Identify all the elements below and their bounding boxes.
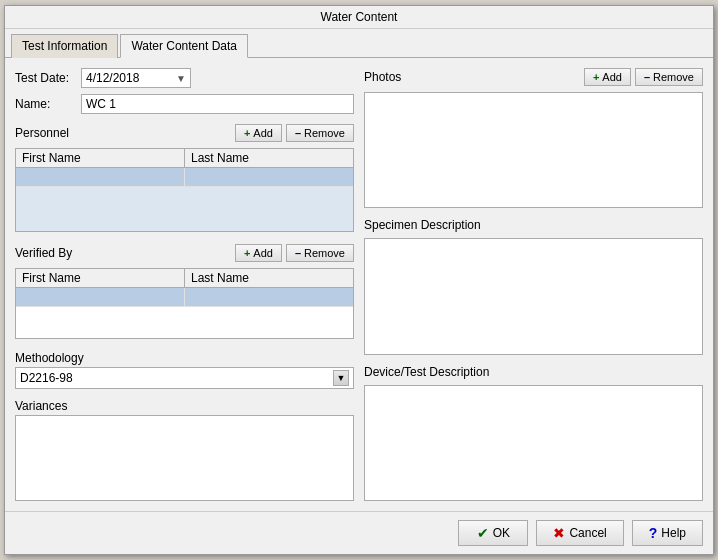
specimen-box[interactable] (364, 238, 703, 354)
content-area: Test Date: 4/12/2018 ▼ Name: Personnel (5, 58, 713, 511)
personnel-cell-1-2 (185, 168, 353, 186)
tab-water-content-data[interactable]: Water Content Data (120, 34, 248, 58)
verified-label: Verified By (15, 246, 72, 260)
photos-add-label: Add (602, 71, 622, 83)
verified-grid-header: First Name Last Name (16, 269, 353, 288)
verified-plus-icon: + (244, 247, 250, 259)
left-panel: Test Date: 4/12/2018 ▼ Name: Personnel (15, 68, 354, 501)
verified-section-header: Verified By + Add – Remove (15, 244, 354, 262)
personnel-grid-header: First Name Last Name (16, 149, 353, 168)
name-label: Name: (15, 97, 75, 111)
personnel-empty-rows (16, 187, 353, 231)
test-date-input[interactable]: 4/12/2018 ▼ (81, 68, 191, 88)
methodology-select[interactable]: D2216-98 ▼ (15, 367, 354, 389)
help-q-icon: ? (649, 525, 658, 541)
personnel-col1-header: First Name (16, 149, 185, 167)
window-title: Water Content (321, 10, 398, 24)
personnel-col2-header: Last Name (185, 149, 353, 167)
photos-remove-button[interactable]: – Remove (635, 68, 703, 86)
personnel-label: Personnel (15, 126, 69, 140)
variances-box[interactable] (15, 415, 354, 501)
cancel-label: Cancel (569, 526, 606, 540)
photos-btn-row: + Add – Remove (584, 68, 703, 86)
personnel-grid[interactable]: First Name Last Name (15, 148, 354, 232)
name-row: Name: (15, 94, 354, 114)
plus-icon: + (244, 127, 250, 139)
personnel-grid-body (16, 168, 353, 231)
specimen-label: Specimen Description (364, 218, 703, 232)
test-date-label: Test Date: (15, 71, 75, 85)
photos-box[interactable] (364, 92, 703, 208)
device-label: Device/Test Description (364, 365, 703, 379)
right-panel: Photos + Add – Remove Specimen Des (364, 68, 703, 501)
verified-minus-icon: – (295, 247, 301, 259)
footer: ✔ OK ✖ Cancel ? Help (5, 511, 713, 554)
methodology-label: Methodology (15, 351, 354, 365)
verified-btn-row: + Add – Remove (235, 244, 354, 262)
photos-minus-icon: – (644, 71, 650, 83)
verified-remove-label: Remove (304, 247, 345, 259)
variances-label: Variances (15, 399, 354, 413)
verified-add-button[interactable]: + Add (235, 244, 282, 262)
photos-remove-label: Remove (653, 71, 694, 83)
personnel-add-button[interactable]: + Add (235, 124, 282, 142)
main-panels: Test Date: 4/12/2018 ▼ Name: Personnel (15, 68, 703, 501)
device-box[interactable] (364, 385, 703, 501)
variances-section: Variances (15, 399, 354, 501)
name-input[interactable] (81, 94, 354, 114)
verified-remove-button[interactable]: – Remove (286, 244, 354, 262)
personnel-section-header: Personnel + Add – Remove (15, 124, 354, 142)
photos-add-button[interactable]: + Add (584, 68, 631, 86)
verified-add-label: Add (253, 247, 273, 259)
personnel-remove-button[interactable]: – Remove (286, 124, 354, 142)
verified-cell-1-2 (185, 288, 353, 306)
tab-test-information[interactable]: Test Information (11, 34, 118, 58)
ok-check-icon: ✔ (477, 525, 489, 541)
cancel-x-icon: ✖ (553, 525, 565, 541)
verified-grid-body (16, 288, 353, 338)
personnel-row-1[interactable] (16, 168, 353, 187)
verified-col1-header: First Name (16, 269, 185, 287)
verified-grid[interactable]: First Name Last Name (15, 268, 354, 339)
photos-header: Photos + Add – Remove (364, 68, 703, 86)
verified-cell-1-1 (16, 288, 185, 306)
title-bar: Water Content (5, 6, 713, 29)
date-dropdown-arrow[interactable]: ▼ (176, 73, 186, 84)
personnel-btn-row: + Add – Remove (235, 124, 354, 142)
photos-plus-icon: + (593, 71, 599, 83)
help-label: Help (661, 526, 686, 540)
methodology-dropdown-arrow[interactable]: ▼ (333, 370, 349, 386)
personnel-add-label: Add (253, 127, 273, 139)
verified-row-1[interactable] (16, 288, 353, 307)
test-date-row: Test Date: 4/12/2018 ▼ (15, 68, 354, 88)
tab-bar: Test Information Water Content Data (5, 29, 713, 58)
methodology-section: Methodology D2216-98 ▼ (15, 351, 354, 389)
verified-col2-header: Last Name (185, 269, 353, 287)
personnel-cell-1-1 (16, 168, 185, 186)
help-button[interactable]: ? Help (632, 520, 703, 546)
cancel-button[interactable]: ✖ Cancel (536, 520, 623, 546)
ok-label: OK (493, 526, 510, 540)
main-window: Water Content Test Information Water Con… (4, 5, 714, 555)
personnel-remove-label: Remove (304, 127, 345, 139)
minus-icon: – (295, 127, 301, 139)
ok-button[interactable]: ✔ OK (458, 520, 528, 546)
methodology-value: D2216-98 (20, 371, 333, 385)
photos-label: Photos (364, 70, 401, 84)
